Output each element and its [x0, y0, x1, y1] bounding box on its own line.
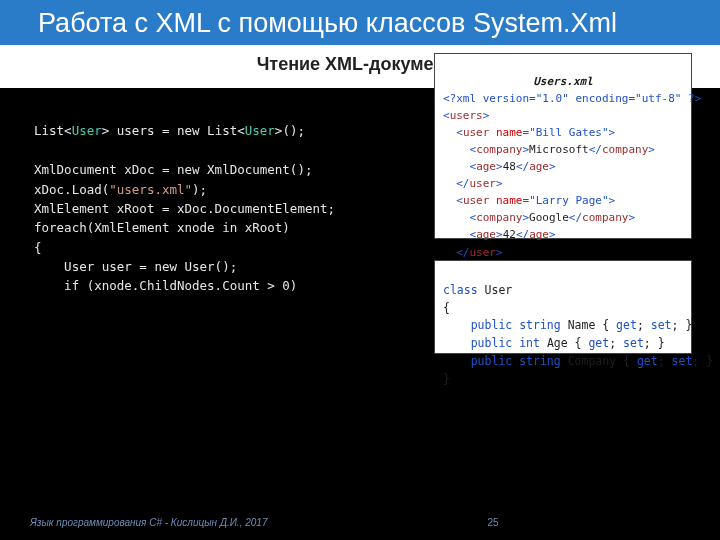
code-block-class: class User { public string Name { get; s… — [434, 260, 692, 354]
slide-subtitle: Чтение XML-документа — [257, 54, 464, 75]
footer-credit: Язык программирования C# - Кислицын Д.И.… — [30, 517, 267, 528]
code-block-csharp: List<User> users = new List<User>(); Xml… — [34, 102, 414, 296]
code-block-xml: Users.xml<?xml version="1.0" encoding="u… — [434, 53, 692, 239]
page-number: 25 — [487, 517, 498, 528]
title-bar: Работа с XML с помощью классов System.Xm… — [0, 0, 720, 46]
xml-filename: Users.xml — [443, 73, 683, 90]
slide-title: Работа с XML с помощью классов System.Xm… — [38, 8, 617, 39]
footer: Язык программирования C# - Кислицын Д.И.… — [30, 517, 690, 528]
